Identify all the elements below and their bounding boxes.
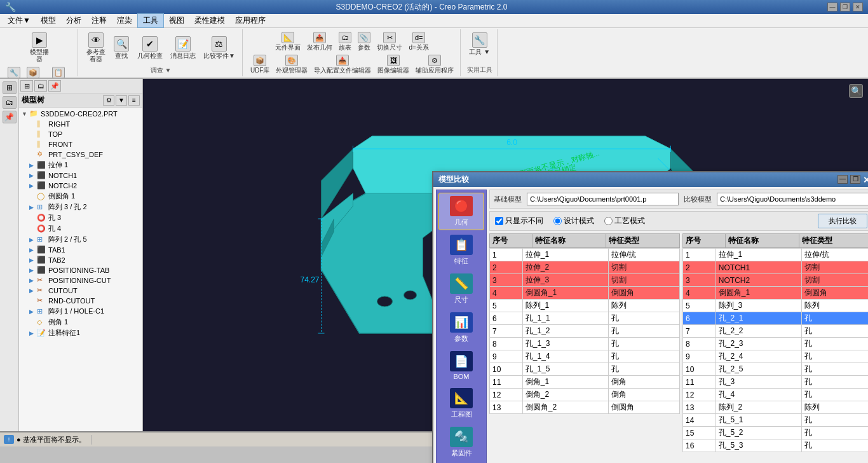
import-config-button[interactable]: 📥 导入配置文件编辑器 [311, 53, 374, 75]
expand-icon-2[interactable]: ▶ [29, 172, 37, 179]
expand-icon-17[interactable]: ▶ [29, 330, 37, 336]
tree-item-array3[interactable]: ▶ ⊞ 阵列 3 / 孔 2 [19, 202, 142, 212]
table-row[interactable]: 12 倒角_2 倒角 [490, 389, 680, 401]
table-row[interactable]: 2 NOTCH1 切割 [683, 261, 869, 274]
table-row[interactable]: 11 倒角_1 倒角 [490, 376, 680, 389]
switch-dim-button[interactable]: ✂ 切换尺寸 [374, 31, 405, 52]
expand-icon-3[interactable]: ▶ [29, 183, 37, 189]
tree-item-fillet1[interactable]: ◯ 倒圆角 1 [19, 191, 142, 202]
tree-item-right[interactable]: ∥ RIGHT [19, 119, 142, 129]
table-row[interactable]: 4 倒圆角_1 倒圆角 [490, 287, 680, 300]
udf-lib-button[interactable]: 📦 UDF库 [248, 53, 273, 75]
dialog-minimize-button[interactable]: — [837, 175, 848, 184]
component-iface-button[interactable]: 📐 元件界面 [273, 31, 303, 52]
table-row[interactable]: 10 孔_2_5 孔 [683, 363, 869, 376]
tree-item-hole3[interactable]: ⭕ 孔 3 [19, 212, 142, 223]
table-row[interactable]: 14 孔_5_1 孔 [683, 414, 869, 427]
tree-item-hole4[interactable]: ⭕ 孔 4 [19, 223, 142, 234]
icon-btn-param[interactable]: 📊 参数 [438, 309, 484, 347]
sidebar-grid-icon[interactable]: ⊞ [3, 81, 17, 94]
menu-annotation[interactable]: 注释 [86, 14, 112, 27]
menu-file[interactable]: 文件▼ [3, 14, 36, 27]
tree-item-cutout[interactable]: ▶ ✂ CUTOUT [19, 286, 142, 296]
tree-expand-button[interactable]: ≡ [128, 95, 140, 106]
expand-icon-15[interactable]: ▶ [29, 308, 37, 315]
family-table-button[interactable]: 🗂 族表 [336, 31, 354, 52]
table-row[interactable]: 13 倒圆角_2 倒圆角 [490, 401, 680, 414]
process-mode-radio-label[interactable]: 工艺模式 [604, 216, 645, 226]
table-row[interactable]: 8 孔_2_3 孔 [683, 338, 869, 350]
icon-btn-dim[interactable]: 📏 尺寸 [438, 270, 484, 308]
table-row[interactable]: 9 孔_2_4 孔 [683, 350, 869, 363]
compare-model-input[interactable] [717, 193, 868, 205]
restore-button[interactable]: ❐ [840, 3, 850, 11]
expand-icon-5[interactable]: ▶ [29, 204, 37, 211]
table-row[interactable]: 10 孔_1_5 孔 [490, 363, 680, 376]
expand-icon-10[interactable]: ▶ [29, 257, 37, 263]
publish-geom-button[interactable]: 📤 发布几何 [304, 31, 335, 52]
table-row[interactable]: 3 NOTCH2 切割 [683, 274, 869, 287]
table-row[interactable]: 5 陈列_3 陈列 [683, 300, 869, 312]
menu-analysis[interactable]: 分析 [61, 14, 86, 27]
left-table-scroll[interactable]: 1 拉伸_1 拉伸/抗2 拉伸_2 切割3 拉伸_3 切割4 倒圆角_1 倒圆角 [489, 248, 680, 463]
feat-list-button[interactable]: 📋 特征列表 [43, 66, 74, 79]
tree-item-rndcutout[interactable]: ✂ RND-CUTOUT [19, 296, 142, 306]
tree-item-postab[interactable]: ▶ ⬛ POSITIONING-TAB [19, 265, 142, 275]
table-row[interactable]: 7 孔_2_2 孔 [683, 325, 869, 338]
expand-icon-12[interactable]: ▶ [29, 277, 37, 284]
table-row[interactable]: 12 孔_4 孔 [683, 389, 869, 401]
tree-icon-2[interactable]: 🗂 [34, 80, 47, 92]
close-button[interactable]: ✕ [853, 3, 863, 11]
expand-icon[interactable]: ▶ [29, 162, 37, 169]
expand-icon-13[interactable]: ▶ [29, 287, 37, 294]
table-row[interactable]: 6 孔_1_1 孔 [490, 312, 680, 325]
design-mode-radio-label[interactable]: 设计模式 [553, 216, 594, 226]
tree-item-front[interactable]: ∥ FRONT [19, 139, 142, 149]
menu-app[interactable]: 应用程序 [230, 14, 271, 27]
tree-icon-3[interactable]: 📌 [48, 80, 61, 92]
table-row[interactable]: 1 拉伸_1 拉伸/抗 [490, 249, 680, 261]
table-row[interactable]: 16 孔_5_3 孔 [683, 439, 869, 452]
process-mode-radio[interactable] [604, 217, 613, 225]
run-compare-button[interactable]: 执行比较 [818, 214, 867, 228]
sidebar-layers-icon[interactable]: 🗂 [3, 96, 17, 109]
tree-item-array1[interactable]: ▶ ⊞ 阵列 1 / HOLE-C1 [19, 306, 142, 317]
tree-root[interactable]: ▼ 📁 S3DDEMO-CREO2.PRT [19, 109, 142, 119]
tree-item-array2[interactable]: ▶ ⊞ 阵列 2 / 孔 5 [19, 234, 142, 245]
tree-item-annot1[interactable]: ▶ 📝 注释特征1 [19, 328, 142, 338]
table-row[interactable]: 1 拉伸_1 拉伸/抗 [683, 249, 869, 261]
table-row[interactable]: 7 孔_1_2 孔 [490, 325, 680, 338]
table-row[interactable]: 15 孔_5_2 孔 [683, 427, 869, 439]
only-diff-checkbox-label[interactable]: 只显示不同 [495, 216, 543, 226]
icon-btn-bom[interactable]: 📄 BOM [438, 348, 484, 384]
tree-icon-1[interactable]: ⊞ [20, 80, 33, 92]
icon-btn-feat[interactable]: 📋 特征 [438, 232, 484, 269]
table-row[interactable]: 2 拉伸_2 切割 [490, 261, 680, 274]
tree-item-notch2[interactable]: ▶ ⬛ NOTCH2 [19, 181, 142, 191]
table-row[interactable]: 4 倒圆角_1 倒圆角 [683, 287, 869, 300]
menu-flex[interactable]: 柔性建模 [189, 14, 230, 27]
relation-button[interactable]: d= d=关系 [406, 31, 431, 52]
table-row[interactable]: 5 陈列_1 陈列 [490, 300, 680, 312]
tree-item-tab2[interactable]: ▶ ⬛ TAB2 [19, 255, 142, 265]
tree-item-csys[interactable]: ✡ PRT_CSYS_DEF [19, 149, 142, 160]
img-editor-button[interactable]: 🖼 图像编辑器 [375, 53, 412, 75]
msg-log-button[interactable]: 📝 消息日志 [167, 34, 199, 61]
compare-part-button[interactable]: ⚖ 比较零件▼ [200, 34, 238, 61]
minimize-button[interactable]: — [827, 3, 837, 11]
table-row[interactable]: 8 孔_1_3 孔 [490, 338, 680, 350]
feature-button[interactable]: 🔧 特征 [5, 66, 23, 79]
right-table-scroll[interactable]: 1 拉伸_1 拉伸/抗2 NOTCH1 切割3 NOTCH2 切割4 倒圆角_1 [682, 248, 868, 463]
model-button[interactable]: 📦 模型 [24, 66, 42, 79]
menu-model[interactable]: 模型 [36, 14, 61, 27]
table-row[interactable]: 11 孔_3 孔 [683, 376, 869, 389]
tree-item-extrude1[interactable]: ▶ ⬛ 拉伸 1 [19, 160, 142, 170]
table-row[interactable]: 3 拉伸_3 切割 [490, 274, 680, 287]
tree-item-poscut[interactable]: ▶ ✂ POSITIONING-CUT [19, 275, 142, 286]
icon-btn-drawing[interactable]: 📐 工程图 [438, 385, 484, 422]
expand-icon-8[interactable]: ▶ [29, 237, 37, 243]
menu-tools[interactable]: 工具 [137, 13, 164, 28]
tools-button[interactable]: 🔧 工具 ▼ [466, 31, 493, 57]
design-mode-radio[interactable] [553, 217, 562, 225]
dialog-close-button[interactable]: ✕ [863, 175, 868, 185]
